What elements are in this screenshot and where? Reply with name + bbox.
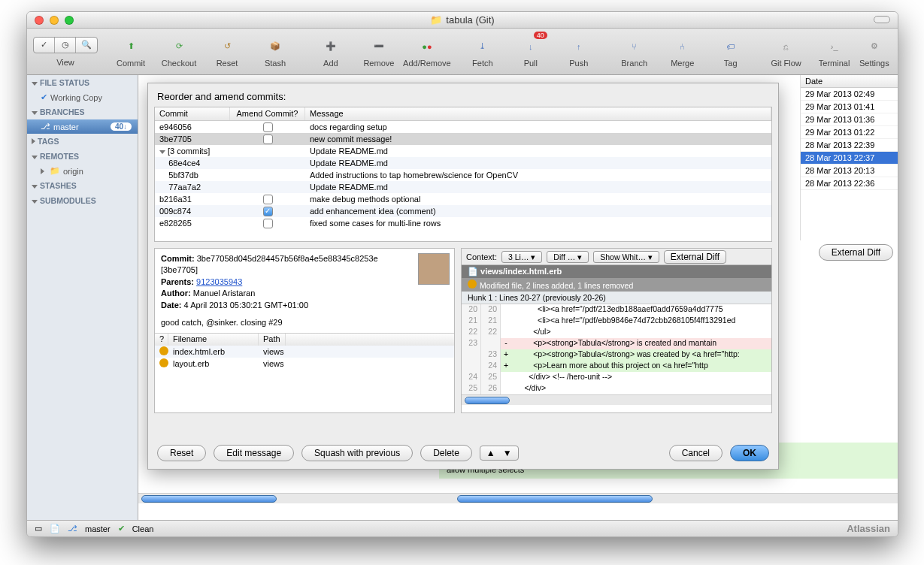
date-row[interactable]: 29 Mar 2013 01:41	[801, 101, 898, 113]
view-segmented-control[interactable]: ✓ ◷ 🔍	[33, 37, 98, 53]
whitespace-dropdown[interactable]: Show Whit… ▾	[593, 251, 659, 263]
remove-button[interactable]: ➖Remove	[356, 36, 401, 68]
commit-row[interactable]: e828265fixed some cases for multi-line r…	[155, 217, 771, 229]
external-diff-side-button[interactable]: External Diff	[819, 244, 893, 261]
date-row[interactable]: 29 Mar 2013 01:22	[801, 126, 898, 139]
commit-row[interactable]: 5bf37dbAdded instructions to tap homebre…	[155, 169, 771, 181]
checkout-button[interactable]: ⟳Checkout	[156, 36, 201, 68]
remotes-header[interactable]: REMOTES	[40, 152, 79, 161]
diff-pane: Context: 3 Li… ▾ Diff … ▾ Show Whit… ▾ E…	[461, 248, 772, 413]
view-search-icon[interactable]: 🔍	[76, 38, 97, 53]
fetch-button[interactable]: ⤓Fetch	[460, 36, 505, 68]
diff-line[interactable]: 2020 <li><a href="/pdf/213edb188aaef0add…	[462, 304, 771, 316]
date-row[interactable]: 29 Mar 2013 01:36	[801, 113, 898, 126]
external-diff-button[interactable]: External Diff	[664, 250, 726, 264]
branch-button[interactable]: ⑂Branch	[612, 36, 657, 68]
pull-button[interactable]: ↓40Pull	[508, 36, 553, 68]
ok-button[interactable]: OK	[730, 445, 769, 461]
col-commit[interactable]: Commit	[155, 107, 230, 120]
branch-master-item[interactable]: ⎇master40↓	[27, 119, 138, 134]
add-button[interactable]: ➕Add	[308, 36, 353, 68]
diff-line[interactable]: 2121 <li><a href="/pdf/ebb9846e74d72cbb2…	[462, 316, 771, 327]
date-row[interactable]: 28 Mar 2013 22:37	[801, 152, 898, 165]
view-label: View	[56, 58, 74, 67]
context-dropdown[interactable]: 3 Li… ▾	[501, 251, 542, 263]
remote-origin-item[interactable]: 📁origin	[27, 164, 138, 178]
file-row[interactable]: index.html.erbviews	[155, 346, 454, 358]
cancel-button[interactable]: Cancel	[669, 445, 723, 461]
date-row[interactable]: 28 Mar 2013 22:36	[801, 177, 898, 190]
branches-header[interactable]: BRANCHES	[40, 107, 85, 116]
tags-header[interactable]: TAGS	[38, 137, 59, 146]
branch-badge: 40↓	[111, 122, 132, 131]
amend-checkbox[interactable]	[263, 122, 273, 132]
date-header[interactable]: Date	[801, 75, 898, 88]
submodules-header[interactable]: SUBMODULES	[40, 196, 96, 205]
file-status-header[interactable]: FILE STATUS	[40, 78, 89, 87]
commit-row[interactable]: 68e4ce4Update README.md	[155, 157, 771, 169]
diff-line[interactable]: 2425 </div> <!-- /hero-unit -->	[462, 372, 771, 383]
toolbar-pill-icon[interactable]	[874, 16, 890, 23]
amend-checkbox[interactable]	[263, 134, 273, 144]
settings-button[interactable]: ⚙Settings	[857, 36, 892, 68]
file-icon: 📄	[468, 267, 478, 276]
merge-button[interactable]: ⑃Merge	[660, 36, 705, 68]
amend-checkbox[interactable]	[263, 219, 273, 228]
gitflow-button[interactable]: ⎌Git Flow	[764, 36, 809, 68]
date-row[interactable]: 29 Mar 2013 02:49	[801, 88, 898, 101]
diff-line[interactable]: 23+ <p><strong>Tabula</strong> was creat…	[462, 349, 771, 361]
commit-row[interactable]: 009c874add enhancement idea (comment)	[155, 205, 771, 217]
changed-files-list[interactable]: ?FilenamePath index.html.erbviewslayout.…	[155, 333, 454, 412]
edit-message-button[interactable]: Edit message	[214, 445, 294, 461]
addremove-button[interactable]: ●●Add/Remove	[404, 36, 450, 68]
squash-button[interactable]: Squash with previous	[301, 445, 413, 461]
main-window: 📁tabula (Git) ✓ ◷ 🔍 View ⬆Commit ⟳Checko…	[26, 11, 898, 537]
parent-link[interactable]: 9123035943	[196, 277, 242, 286]
branch-icon: ⎇	[41, 122, 50, 131]
diff-options-dropdown[interactable]: Diff … ▾	[547, 251, 589, 263]
commit-row[interactable]: [3 commits]Update README.md	[155, 145, 771, 157]
diff-line[interactable]: 23- <p><strong>Tabula</strong> is create…	[462, 338, 771, 349]
col-amend[interactable]: Amend Commit?	[230, 107, 305, 120]
diff-line[interactable]: 2526 </div>	[462, 383, 771, 394]
view-clock-icon[interactable]: ◷	[55, 38, 76, 53]
commit-hash: 3be77058d045d284457b56f8a4e5e88345c8253e	[197, 254, 378, 263]
toolbar: ✓ ◷ 🔍 View ⬆Commit ⟳Checkout ↺Reset 📦Sta…	[27, 29, 898, 75]
diff-line[interactable]: 24+ <p>Learn more about this project on …	[462, 361, 771, 372]
dialog-title: Reorder and amend commits:	[148, 83, 778, 107]
stash-button[interactable]: 📦Stash	[253, 36, 298, 68]
commit-info-pane: Commit: 3be77058d045d284457b56f8a4e5e883…	[154, 248, 455, 413]
file-row[interactable]: layout.erbviews	[155, 358, 454, 370]
reset-button[interactable]: ↺Reset	[204, 36, 250, 68]
commit-row[interactable]: 77aa7a2Update README.md	[155, 181, 771, 193]
commit-row[interactable]: 3be7705new commit message!	[155, 133, 771, 145]
stashes-header[interactable]: STASHES	[40, 181, 77, 190]
col-message[interactable]: Message	[305, 107, 771, 120]
commit-row[interactable]: e946056docs regarding setup	[155, 121, 771, 133]
amend-checkbox[interactable]	[263, 195, 273, 204]
view-check-icon[interactable]: ✓	[34, 38, 55, 53]
commit-button[interactable]: ⬆Commit	[108, 36, 153, 68]
status-branch: master	[85, 524, 111, 533]
delete-button[interactable]: Delete	[420, 445, 472, 461]
date-row[interactable]: 28 Mar 2013 20:13	[801, 165, 898, 177]
window-title: tabula (Git)	[446, 14, 494, 26]
refresh-icon[interactable]: 📄	[50, 524, 60, 533]
tag-button[interactable]: 🏷Tag	[708, 36, 753, 68]
move-up-icon: ▲	[486, 448, 495, 458]
working-copy-item[interactable]: ✔Working Copy	[27, 90, 138, 104]
diff-hscrollbar[interactable]	[462, 394, 771, 405]
move-down-icon: ▼	[503, 448, 512, 458]
commits-table[interactable]: Commit Amend Commit? Message e946056docs…	[154, 107, 772, 242]
date-row[interactable]: 28 Mar 2013 22:39	[801, 139, 898, 152]
terminal-button[interactable]: ›_Terminal	[812, 36, 857, 68]
right-hscrollbar[interactable]	[454, 493, 898, 503]
commit-row[interactable]: b216a31make debug methods optional	[155, 193, 771, 205]
amend-checkbox[interactable]	[263, 207, 273, 216]
reset-button[interactable]: Reset	[157, 445, 206, 461]
sidebar-toggle-icon[interactable]: ▭	[35, 524, 42, 533]
push-button[interactable]: ↑Push	[556, 36, 601, 68]
reorder-buttons[interactable]: ▲▼	[480, 446, 519, 461]
diff-status: Modified file, 2 lines added, 1 lines re…	[480, 281, 633, 290]
diff-line[interactable]: 2222 </ul>	[462, 327, 771, 338]
